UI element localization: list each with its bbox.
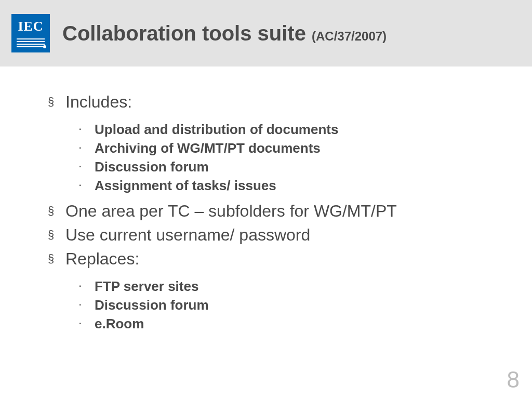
- list-item-text: Archiving of WG/MT/PT documents: [95, 139, 321, 157]
- list-item: · Discussion forum: [79, 158, 496, 176]
- bullet-text: Use current username/ password: [65, 224, 310, 245]
- iec-logo: IEC: [11, 14, 50, 52]
- list-item-text: Discussion forum: [95, 296, 209, 314]
- dot-icon: ·: [79, 177, 95, 194]
- title-sub: (AC/37/2007): [312, 29, 387, 43]
- list-item-text: FTP server sites: [95, 277, 198, 295]
- list-item: · Discussion forum: [79, 296, 496, 314]
- section-marker-icon: §: [48, 91, 65, 112]
- bullet-one-area: § One area per TC – subfolders for WG/MT…: [48, 201, 496, 221]
- section-marker-icon: §: [48, 224, 65, 245]
- dot-icon: ·: [79, 315, 95, 332]
- section-marker-icon: §: [48, 201, 65, 221]
- bullet-text: One area per TC – subfolders for WG/MT/P…: [65, 201, 397, 221]
- bullet-text: Replaces:: [65, 248, 139, 269]
- title-main: Collaboration tools suite: [62, 22, 312, 45]
- bullet-text: Includes:: [65, 91, 132, 112]
- bullet-replaces: § Replaces:: [48, 248, 496, 269]
- svg-text:IEC: IEC: [18, 19, 43, 34]
- svg-point-6: [43, 45, 46, 48]
- list-item-text: Assignment of tasks/ issues: [95, 177, 276, 194]
- list-item: · Archiving of WG/MT/PT documents: [79, 139, 496, 157]
- slide-header: IEC Collaboration tools suite (AC/37/200…: [0, 0, 532, 66]
- bullet-includes: § Includes:: [48, 91, 496, 112]
- list-item-text: e.Room: [95, 315, 144, 332]
- section-marker-icon: §: [48, 248, 65, 269]
- list-item: · Assignment of tasks/ issues: [79, 177, 496, 194]
- slide-title: Collaboration tools suite (AC/37/2007): [62, 22, 387, 45]
- dot-icon: ·: [79, 277, 95, 295]
- page-number: 8: [507, 367, 520, 393]
- list-item: · e.Room: [79, 315, 496, 332]
- list-item-text: Discussion forum: [95, 158, 209, 176]
- dot-icon: ·: [79, 121, 95, 138]
- list-item: · FTP server sites: [79, 277, 496, 295]
- slide-content: § Includes: · Upload and distribution of…: [0, 66, 532, 332]
- dot-icon: ·: [79, 158, 95, 176]
- list-item-text: Upload and distribution of documents: [95, 121, 338, 138]
- bullet-use-current: § Use current username/ password: [48, 224, 496, 245]
- list-item: · Upload and distribution of documents: [79, 121, 496, 138]
- dot-icon: ·: [79, 139, 95, 157]
- dot-icon: ·: [79, 296, 95, 314]
